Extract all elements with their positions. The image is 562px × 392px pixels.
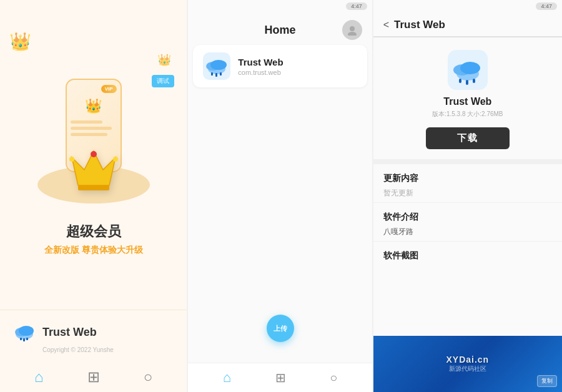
right-header: < Trust Web [373,12,562,37]
left-hero: 👑 👑 VIP 👑 [0,12,187,310]
upload-float-button[interactable]: 上传 [267,315,294,342]
middle-status-bar: 4:47 [188,0,372,12]
right-app-meta: 版本:1.5.3.8 大小:2.76MB [432,110,503,119]
right-header-title: Trust Web [394,19,445,31]
nav-grid-icon[interactable]: ⊞ [87,368,100,386]
small-crown-right-icon: 👑 [157,53,171,67]
left-logo-row: Trust Web [12,320,97,344]
svg-rect-26 [473,79,475,83]
big-crown-icon [69,148,119,200]
svg-point-3 [69,157,74,162]
right-sections: 更新内容 暂无更新 软件介绍 八嘎牙路 软件截图 [373,164,562,336]
phone-line-3 [71,133,107,136]
user-avatar[interactable] [342,20,362,40]
svg-rect-24 [459,79,461,83]
vip-badge: VIP [101,85,117,93]
middle-nav-user-icon[interactable]: ○ [330,371,337,385]
intro-section: 软件介绍 八嘎牙路 [373,203,562,242]
watermark-main-text: XYDai.cn [446,355,489,365]
hero-illustration: VIP 👑 [25,66,162,216]
phone-lines [71,120,117,136]
screenshot-section: 软件截图 [373,242,562,269]
middle-status-pill: 4:47 [346,2,367,10]
middle-nav-grid-icon[interactable]: ⊞ [275,370,286,385]
copy-badge[interactable]: 复制 [537,375,557,387]
update-section-title: 更新内容 [383,173,552,184]
svg-point-23 [460,62,480,74]
middle-nav-home-icon[interactable]: ⌂ [223,370,231,386]
left-panel: 👑 👑 VIP 👑 [0,0,187,392]
update-section: 更新内容 暂无更新 [373,164,562,203]
screenshot-section-title: 软件截图 [383,250,552,262]
svg-rect-4 [78,185,109,190]
intro-section-content: 八嘎牙路 [383,227,552,237]
app-icon-large [448,50,488,90]
middle-header: Home [188,12,372,45]
right-app-hero: Trust Web 版本:1.5.3.8 大小:2.76MB 下载 [373,37,562,164]
left-nav: ⌂ ⊞ ○ [0,362,187,392]
left-status-bar [0,0,187,12]
phone-line-2 [71,127,112,130]
svg-rect-18 [215,73,217,77]
left-bottom: Trust Web Copyright © 2022 Yunshe [0,310,187,360]
app-card[interactable]: Trust Web com.trust.web [193,45,367,87]
svg-point-16 [210,60,227,70]
middle-panel: 4:47 Home Trust Web com.trust.web 上 [188,0,372,392]
middle-nav: ⌂ ⊞ ○ [188,363,372,392]
app-name-middle: Trust Web [238,57,283,67]
hero-subtitle-rest: 尊贵体验大升级 [79,245,143,255]
right-bottom-image: XYDai.cn 新源代码社区 复制 [373,336,562,392]
svg-point-2 [113,157,118,162]
download-button[interactable]: 下载 [426,127,510,149]
nav-user-icon[interactable]: ○ [144,368,153,386]
back-button[interactable]: < [383,19,389,31]
svg-rect-25 [466,80,468,85]
app-info-middle: Trust Web com.trust.web [238,57,283,76]
svg-rect-8 [20,338,22,340]
right-status-bar: 4:47 [373,0,562,12]
intro-section-title: 软件介绍 [383,212,552,223]
small-crown-left-icon: 👑 [9,31,31,52]
hero-subtitle-highlight: 全新改版 [44,245,79,255]
hero-subtitle: 全新改版 尊贵体验大升级 [44,245,143,256]
svg-rect-9 [23,338,25,341]
svg-rect-10 [26,338,28,340]
svg-point-7 [19,326,34,336]
trust-web-logo-icon [12,320,36,344]
svg-rect-17 [211,72,213,76]
right-panel: 4:47 < Trust Web Trust Web 版本:1.5.3.8 大小… [373,0,562,392]
right-status-pill: 4:47 [536,2,557,10]
hero-title: 超级会员 [66,222,121,241]
crown-emoji: 👑 [85,98,102,114]
app-icon-middle [203,52,230,80]
middle-page-title: Home [218,24,342,37]
svg-point-1 [91,151,97,157]
update-section-content: 暂无更新 [383,188,552,198]
nav-home-icon[interactable]: ⌂ [34,368,44,386]
left-logo-text: Trust Web [42,326,97,339]
svg-point-11 [350,26,355,31]
debug-badge: 调试 [152,75,174,87]
watermark-sub-text: 新源代码社区 [449,365,486,373]
svg-point-12 [348,32,357,36]
left-copyright: Copyright © 2022 Yunshe [42,346,114,353]
app-pkg-middle: com.trust.web [238,69,283,76]
phone-line-1 [71,120,103,124]
svg-rect-19 [220,72,222,76]
right-app-name: Trust Web [443,96,491,107]
